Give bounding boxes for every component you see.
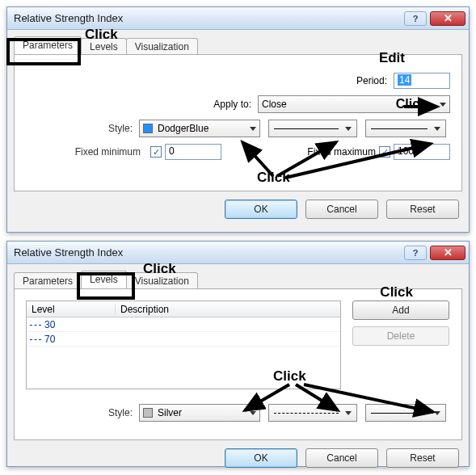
style-color-combo[interactable]: DodgerBlue xyxy=(139,120,260,137)
col-description: Description xyxy=(116,304,340,315)
delete-button[interactable]: Delete xyxy=(352,326,449,346)
dialog-footer: OK Cancel Reset xyxy=(14,440,462,471)
fixed-min-checkbox[interactable]: ✓ xyxy=(150,146,162,158)
ok-button[interactable]: OK xyxy=(225,448,297,468)
period-input[interactable]: 14 xyxy=(394,73,450,89)
level-line-icon xyxy=(30,325,41,326)
close-button[interactable]: ✕ xyxy=(430,246,465,260)
style-color-combo[interactable]: Silver xyxy=(139,404,260,422)
cancel-button[interactable]: Cancel xyxy=(305,200,378,219)
fixed-max-input[interactable]: 100 xyxy=(394,144,450,160)
chevron-down-icon xyxy=(250,127,256,131)
tab-visualization[interactable]: Visualization xyxy=(126,38,198,55)
rsi-dialog-parameters: Relative Strength Index ? ✕ Click Parame… xyxy=(6,6,470,233)
tab-strip: Parameters Levels Visualization xyxy=(14,269,462,288)
fixed-max-label: Fixed maximum xyxy=(307,146,376,158)
col-level: Level xyxy=(27,304,116,315)
tab-levels[interactable]: Levels xyxy=(81,38,127,55)
titlebar[interactable]: Relative Strength Index ? ✕ xyxy=(7,7,469,30)
applyto-combo[interactable]: Close Click xyxy=(258,95,450,113)
help-button[interactable]: ? xyxy=(404,246,427,260)
reset-button[interactable]: Reset xyxy=(386,200,459,219)
level-line-icon xyxy=(30,339,41,340)
chevron-down-icon xyxy=(434,411,440,415)
fixed-max-checkbox[interactable]: ✓ xyxy=(379,146,390,158)
tab-panel-levels: Click Level Description 30 70 Add xyxy=(14,288,462,440)
line-width-preview xyxy=(371,128,428,129)
close-button[interactable]: ✕ xyxy=(430,11,465,26)
levels-table[interactable]: Level Description 30 70 xyxy=(26,301,341,389)
style-color-name: DodgerBlue xyxy=(158,123,209,134)
help-button[interactable]: ? xyxy=(404,11,427,26)
tab-visualization[interactable]: Visualization xyxy=(126,272,198,289)
tab-strip: Parameters Levels Visualization xyxy=(14,35,462,54)
dialog-title: Relative Strength Index xyxy=(14,12,401,24)
cancel-button[interactable]: Cancel xyxy=(305,448,378,468)
add-button[interactable]: Add xyxy=(352,301,449,320)
dialog-title: Relative Strength Index xyxy=(14,246,401,259)
style-width-combo[interactable] xyxy=(365,120,446,137)
style-label: Style: xyxy=(26,123,139,134)
chevron-down-icon xyxy=(250,411,256,415)
style-color-name: Silver xyxy=(158,407,182,418)
line-style-preview xyxy=(274,413,339,414)
chevron-down-icon xyxy=(345,127,352,131)
applyto-label: Apply to: xyxy=(213,99,251,110)
tab-parameters[interactable]: Parameters xyxy=(14,36,82,54)
color-swatch xyxy=(143,408,153,418)
fixed-min-label: Fixed minimum xyxy=(26,146,147,158)
reset-button[interactable]: Reset xyxy=(386,448,459,468)
tab-panel-parameters: Edit Period: 14 Apply to: Close Click St… xyxy=(14,54,462,191)
levels-table-header: Level Description xyxy=(27,301,340,317)
dialog-footer: OK Cancel Reset xyxy=(14,191,462,222)
chevron-down-icon xyxy=(440,103,446,107)
style-label: Style: xyxy=(26,407,139,418)
style-line-combo[interactable] xyxy=(268,120,357,137)
titlebar[interactable]: Relative Strength Index ? ✕ xyxy=(7,242,469,264)
level-value: 30 xyxy=(44,319,55,330)
table-row[interactable]: 70 xyxy=(27,332,340,347)
applyto-value: Close xyxy=(262,99,287,110)
period-label: Period: xyxy=(356,75,387,86)
style-width-combo[interactable] xyxy=(365,404,446,422)
chevron-down-icon xyxy=(345,411,352,415)
tab-parameters[interactable]: Parameters xyxy=(14,272,82,289)
tab-levels[interactable]: Levels xyxy=(81,271,127,288)
style-line-combo[interactable] xyxy=(268,404,357,422)
line-width-preview xyxy=(371,413,428,414)
annotation-click-apply: Click xyxy=(396,97,427,111)
rsi-dialog-levels: Relative Strength Index ? ✕ Click Parame… xyxy=(6,241,470,467)
ok-button[interactable]: OK xyxy=(225,200,297,219)
line-style-preview xyxy=(274,128,339,129)
level-value: 70 xyxy=(44,334,55,345)
chevron-down-icon xyxy=(434,127,440,131)
table-row[interactable]: 30 xyxy=(27,317,340,332)
fixed-min-input[interactable]: 0 xyxy=(165,144,221,160)
color-swatch xyxy=(143,124,153,133)
annotation-click-style: Click xyxy=(257,170,290,186)
